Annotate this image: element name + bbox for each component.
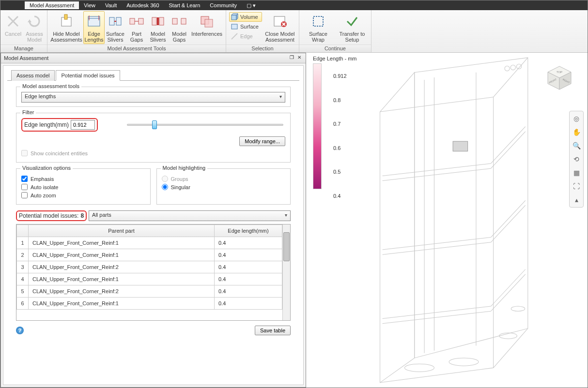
edge-length-input[interactable] — [71, 120, 95, 130]
legend-tick: 0.8 — [333, 97, 347, 103]
svg-line-26 — [232, 33, 237, 39]
table-row[interactable]: 5CLAN_Upper_Front_Corner_Reinf:20.4 — [17, 285, 282, 298]
legend-tick: 0.912 — [333, 73, 347, 79]
close-panel-button[interactable]: ✕ — [296, 55, 303, 61]
coincident-label: Show coincident entities — [31, 150, 88, 156]
svg-rect-18 — [172, 18, 177, 24]
lookat-icon[interactable]: ▦ — [571, 167, 582, 178]
model-slivers-label: Model Slivers — [149, 31, 167, 43]
svg-line-46 — [383, 168, 491, 180]
col-length[interactable]: Edge length(mm) — [215, 225, 282, 237]
col-parent[interactable]: Parent part — [29, 225, 215, 237]
issues-label: Potential model issues: — [19, 212, 78, 219]
table-row[interactable]: 1CLAN_Upper_Front_Corner_Reinf:10.4 — [17, 237, 282, 249]
svg-line-45 — [383, 164, 491, 176]
filter-label: Filter — [20, 109, 36, 115]
assess-model-label: Assess Model — [25, 31, 44, 43]
coincident-checkbox — [21, 150, 28, 156]
pan-icon[interactable]: ✋ — [571, 127, 582, 137]
svg-line-55 — [491, 269, 525, 306]
menubar: Model Assessment View Vault Autodesk 360… — [0, 0, 588, 10]
table-row[interactable]: 3CLAN_Upper_Front_Corner_Reinf:20.4 — [17, 261, 282, 273]
surface-button[interactable]: Surface — [229, 22, 262, 31]
menu-view[interactable]: View — [79, 1, 100, 9]
tools-select[interactable]: Edge lengths — [21, 92, 285, 103]
svg-line-47 — [491, 127, 525, 164]
surface-icon — [231, 23, 238, 30]
svg-line-48 — [491, 132, 525, 168]
menu-model-assessment[interactable]: Model Assessment — [25, 1, 79, 9]
transfer-setup-button[interactable]: Transfer to Setup — [335, 11, 369, 44]
tab-assess-model[interactable]: Assess model — [11, 70, 55, 81]
groups-label: Groups — [171, 176, 188, 182]
filter-highlight: Edge length(mm) — [21, 118, 98, 132]
auto-zoom-checkbox[interactable] — [21, 192, 28, 198]
surface-wrap-button[interactable]: Surface Wrap — [301, 11, 335, 44]
table-scrollbar[interactable] — [282, 224, 290, 320]
issues-filter-select[interactable]: All parts — [89, 210, 291, 221]
auto-isolate-checkbox[interactable] — [21, 184, 28, 190]
close-assess-label: Close Model Assessment — [264, 31, 295, 43]
svg-rect-16 — [159, 17, 164, 25]
table-row[interactable]: 4CLAN_Upper_Front_Corner_Reinf:10.4 — [17, 273, 282, 285]
svg-rect-4 — [64, 15, 67, 19]
edge-lengths-button[interactable]: Edge Lengths — [83, 11, 105, 44]
zoom-icon[interactable]: 🔍 — [571, 140, 582, 151]
tab-potential-issues[interactable]: Potential model issues — [56, 70, 120, 81]
fullscreen-icon[interactable]: ⛶ — [571, 181, 582, 192]
svg-point-62 — [505, 66, 510, 71]
col-num — [17, 225, 29, 237]
groups-radio — [162, 176, 168, 182]
highlighting-group: Model highlighting Groups Singular — [156, 168, 291, 205]
svg-line-40 — [494, 58, 528, 97]
slider-thumb[interactable] — [152, 120, 157, 129]
emphasis-label: Emphasis — [31, 176, 54, 182]
viewport-3d[interactable]: Edge Length - mm 0.912 0.8 0.7 0.6 0.5 0… — [306, 53, 588, 388]
hide-assessments-button[interactable]: Hide Model Assessments — [49, 11, 83, 44]
menu-start-learn[interactable]: Start & Learn — [164, 1, 205, 9]
table-row[interactable]: 6CLAN_Upper_Front_Corner_Reinf:10.4 — [17, 298, 282, 310]
ribbon-group-label: Continue — [299, 45, 371, 52]
undock-button[interactable]: ❐ — [288, 55, 295, 61]
steering-wheel-icon[interactable]: ◎ — [571, 113, 582, 124]
svg-rect-10 — [116, 17, 121, 25]
interferences-button[interactable]: Interferences — [190, 11, 224, 44]
part-gaps-button[interactable]: Part Gaps — [126, 11, 147, 44]
edge-lengths-label: Edge Lengths — [84, 31, 103, 43]
singular-radio[interactable] — [162, 184, 168, 190]
close-assessment-button[interactable]: Close Model Assessment — [263, 11, 297, 44]
cancel-label: Cancel — [5, 31, 21, 37]
collapse-icon[interactable]: ▴ — [571, 194, 582, 205]
menu-extra[interactable]: ▢ ▾ — [242, 1, 261, 10]
help-icon[interactable]: ? — [16, 327, 24, 334]
table-row[interactable]: 2CLAN_Upper_Front_Corner_Reinf:10.4 — [17, 249, 282, 261]
edge-length-slider[interactable] — [127, 124, 283, 126]
ribbon-group-label: Manage — [0, 45, 47, 52]
volume-button[interactable]: Volume — [229, 12, 262, 22]
surface-label: Surface — [240, 24, 259, 30]
interferences-icon — [199, 14, 215, 29]
svg-marker-2 — [28, 19, 31, 22]
legend-tick: 0.6 — [333, 145, 347, 151]
svg-rect-21 — [205, 19, 213, 27]
model-gaps-button[interactable]: Model Gaps — [169, 11, 190, 44]
hl-label: Model highlighting — [161, 165, 208, 171]
modify-range-button[interactable]: Modify range... — [239, 136, 285, 146]
edge-icon — [231, 32, 238, 40]
emphasis-checkbox[interactable] — [21, 176, 28, 182]
svg-line-49 — [383, 238, 491, 250]
svg-rect-15 — [152, 17, 156, 25]
filter-field-label: Edge length(mm) — [24, 121, 69, 128]
svg-rect-12 — [130, 18, 135, 24]
save-table-button[interactable]: Save table — [255, 326, 291, 335]
surface-slivers-button[interactable]: Surface Slivers — [105, 11, 126, 44]
menu-vault[interactable]: Vault — [100, 1, 122, 9]
menu-community[interactable]: Community — [205, 1, 242, 9]
svg-line-56 — [491, 274, 525, 311]
svg-rect-9 — [109, 17, 114, 25]
orbit-icon[interactable]: ⟲ — [571, 154, 582, 164]
auto-zoom-label: Auto zoom — [31, 193, 56, 198]
menu-autodesk360[interactable]: Autodesk 360 — [122, 1, 164, 9]
svg-line-50 — [383, 242, 491, 254]
model-slivers-button[interactable]: Model Slivers — [147, 11, 169, 44]
